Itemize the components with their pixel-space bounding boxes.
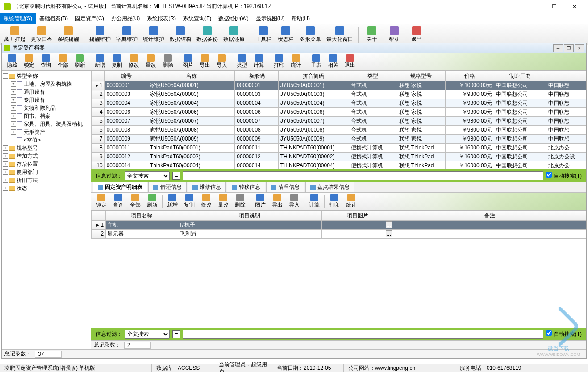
toolbar-btn-锁定[interactable]: 锁定 bbox=[21, 54, 38, 70]
toolbar-btn-刷新[interactable]: 刷新 bbox=[144, 194, 161, 210]
toolbar-btn-导入[interactable]: 导入 bbox=[213, 54, 230, 70]
table-row[interactable]: ▸ 100000001家悦U5050A(00001)00000001JYU505… bbox=[92, 81, 586, 90]
toolbar-btn-数据结构[interactable]: 数据结构 bbox=[167, 25, 193, 45]
menu-5[interactable]: 系统查询(F) bbox=[179, 13, 215, 24]
toolbar-btn-修改[interactable]: 修改 bbox=[125, 54, 142, 70]
detail-col-备注[interactable]: 备注 bbox=[394, 211, 586, 221]
tree-node-13[interactable]: +折旧方法 bbox=[3, 176, 90, 184]
toolbar-btn-复制[interactable]: 复制 bbox=[108, 54, 125, 70]
auto-search-checkbox-detail[interactable] bbox=[546, 330, 552, 336]
toolbar-btn-计算[interactable]: 计算 bbox=[250, 54, 267, 70]
detail-row[interactable]: 2显示器飞利浦… bbox=[92, 230, 586, 239]
toolbar-btn-全部[interactable]: 全部 bbox=[127, 194, 144, 210]
tree-expand-icon[interactable]: + bbox=[11, 105, 16, 111]
tab-清理信息[interactable]: 清理信息 bbox=[266, 182, 304, 192]
tree-node-0[interactable]: -类型全称 bbox=[3, 72, 90, 80]
tree-expand-icon[interactable]: + bbox=[11, 113, 16, 119]
tree-expand-icon[interactable]: + bbox=[3, 169, 8, 175]
toolbar-btn-查询[interactable]: 查询 bbox=[38, 54, 54, 70]
toolbar-btn-新增[interactable]: 新增 bbox=[92, 54, 108, 70]
sub-close-button[interactable]: ✕ bbox=[575, 44, 584, 52]
col-header-类型[interactable]: 类型 bbox=[349, 71, 397, 81]
filter-mode-select-detail[interactable]: 全文搜索 bbox=[125, 330, 170, 339]
col-header-制造厂商[interactable]: 制造厂商 bbox=[494, 71, 546, 81]
auto-search-label-detail[interactable]: 自动搜索(T) bbox=[546, 330, 582, 338]
col-header-价格[interactable]: 价格 bbox=[445, 71, 494, 81]
auto-search-checkbox[interactable] bbox=[546, 172, 552, 178]
tab-盘点结果信息[interactable]: 盘点结果信息 bbox=[305, 182, 354, 192]
filter-input-detail[interactable] bbox=[183, 330, 543, 339]
maximize-button[interactable]: ☐ bbox=[544, 0, 564, 13]
tree-expand-icon[interactable]: + bbox=[11, 89, 16, 95]
tree-panel[interactable]: -类型全称+土地、房屋及构筑物+通用设备+专用设备+文物和陈列品+图书、档案+家… bbox=[2, 71, 91, 349]
toolbar-btn-系统提醒[interactable]: 系统提醒 bbox=[55, 25, 81, 45]
toolbar-btn-离开挂起[interactable]: 离开挂起 bbox=[2, 25, 28, 45]
toolbar-btn-类型[interactable]: 类型 bbox=[234, 54, 250, 70]
menu-8[interactable]: 帮助(H) bbox=[288, 13, 313, 24]
tree-expand-icon[interactable]: + bbox=[11, 81, 16, 87]
toolbar-btn-最大化窗口[interactable]: 最大化窗口 bbox=[324, 25, 355, 45]
col-header-规格型号[interactable]: 规格型号 bbox=[397, 71, 445, 81]
tree-expand-icon[interactable]: + bbox=[11, 97, 16, 103]
toolbar-btn-子表[interactable]: 子表 bbox=[308, 54, 325, 70]
detail-col-项目图片[interactable]: 项目图片 bbox=[322, 211, 394, 221]
col-header-拼音简码[interactable]: 拼音简码 bbox=[278, 71, 349, 81]
tree-node-10[interactable]: +增加方式 bbox=[3, 152, 90, 160]
toolbar-btn-新增[interactable]: 新增 bbox=[164, 194, 181, 210]
toolbar-btn-更改口令[interactable]: 更改口令 bbox=[29, 25, 54, 45]
tree-node-12[interactable]: +使用部门 bbox=[3, 168, 90, 176]
toolbar-btn-工具栏[interactable]: 工具栏 bbox=[253, 25, 274, 45]
menu-0[interactable]: 系统管理(S) bbox=[0, 13, 36, 24]
tab-固定资产明细表[interactable]: 固定资产明细表 bbox=[93, 182, 147, 192]
table-row[interactable]: 900000012ThinkPadT60(00002)00000012THINK… bbox=[92, 153, 586, 161]
detail-row[interactable]: ▸ 1主机I7机子… bbox=[92, 221, 586, 230]
col-header-名称[interactable]: 名称 bbox=[148, 71, 234, 81]
tree-node-11[interactable]: +存放位置 bbox=[3, 160, 90, 168]
detail-col-项目说明[interactable]: 项目说明 bbox=[178, 211, 322, 221]
toolbar-btn-数据备份[interactable]: 数据备份 bbox=[194, 25, 220, 45]
toolbar-btn-打印[interactable]: 打印 bbox=[326, 194, 343, 210]
tab-转移信息[interactable]: 转移信息 bbox=[227, 182, 265, 192]
tree-expand-icon[interactable]: + bbox=[11, 121, 16, 127]
tree-node-9[interactable]: +规格型号 bbox=[3, 144, 90, 152]
menu-6[interactable]: 数据维护(W) bbox=[215, 13, 252, 24]
toolbar-btn-刷新[interactable]: 刷新 bbox=[71, 54, 88, 70]
toolbar-btn-提醒维护[interactable]: 提醒维护 bbox=[87, 25, 113, 45]
tab-借还信息[interactable]: 借还信息 bbox=[148, 182, 187, 192]
tree-expand-icon[interactable]: + bbox=[3, 161, 8, 167]
toolbar-btn-退出[interactable]: 退出 bbox=[406, 25, 427, 45]
toolbar-btn-导出[interactable]: 导出 bbox=[196, 54, 213, 70]
filter-input[interactable] bbox=[183, 171, 543, 180]
col-header-编号[interactable]: 编号 bbox=[104, 71, 148, 81]
toolbar-btn-统计[interactable]: 统计 bbox=[343, 194, 360, 210]
toolbar-btn-统计[interactable]: 统计 bbox=[288, 54, 304, 70]
menu-3[interactable]: 办公用品(U) bbox=[108, 13, 144, 24]
menu-4[interactable]: 系统报表(R) bbox=[143, 13, 179, 24]
toolbar-btn-导出[interactable]: 导出 bbox=[269, 194, 286, 210]
tree-expand-icon[interactable]: + bbox=[3, 145, 8, 151]
table-row[interactable]: 400000006家悦U5050A(00006)00000006JYU5050A… bbox=[92, 108, 586, 117]
filter-operator-button-detail[interactable]: = bbox=[172, 330, 180, 338]
table-row[interactable]: 700000009家悦U5050A(00009)00000009JYU5050A… bbox=[92, 135, 586, 144]
tree-node-7[interactable]: +无形资产 bbox=[3, 128, 90, 136]
minimize-button[interactable]: ─ bbox=[524, 0, 544, 13]
tree-node-3[interactable]: +专用设备 bbox=[3, 96, 90, 104]
tree-expand-icon[interactable]: - bbox=[3, 73, 8, 79]
asset-grid-container[interactable]: 编号名称条形码拼音简码类型规格型号价格制造厂商▸ 100000001家悦U505… bbox=[91, 71, 586, 169]
table-row[interactable]: 500000007家悦U5050A(00007)00000007JYU5050A… bbox=[92, 117, 586, 126]
ellipsis-button[interactable]: … bbox=[386, 221, 392, 228]
col-header-[interactable] bbox=[546, 71, 586, 81]
detail-grid-container[interactable]: 项目名称项目说明项目图片备注▸ 1主机I7机子…2显示器飞利浦… bbox=[91, 211, 586, 239]
filter-operator-button[interactable]: = bbox=[172, 172, 180, 180]
detail-col-项目名称[interactable]: 项目名称 bbox=[106, 211, 178, 221]
tree-node-5[interactable]: +图书、档案 bbox=[3, 112, 90, 120]
tree-node-2[interactable]: +通用设备 bbox=[3, 88, 90, 96]
toolbar-btn-关于[interactable]: 关于 bbox=[361, 25, 383, 45]
toolbar-btn-数据还原[interactable]: 数据还原 bbox=[221, 25, 247, 45]
sub-restore-button[interactable]: ❐ bbox=[564, 44, 574, 52]
toolbar-btn-状态栏[interactable]: 状态栏 bbox=[275, 25, 296, 45]
toolbar-btn-计算[interactable]: 计算 bbox=[306, 194, 323, 210]
tree-node-14[interactable]: +状态 bbox=[3, 184, 90, 192]
menu-7[interactable]: 显示视图(U) bbox=[252, 13, 288, 24]
table-row[interactable]: 600000008家悦U5050A(00008)00000008JYU5050A… bbox=[92, 126, 586, 135]
